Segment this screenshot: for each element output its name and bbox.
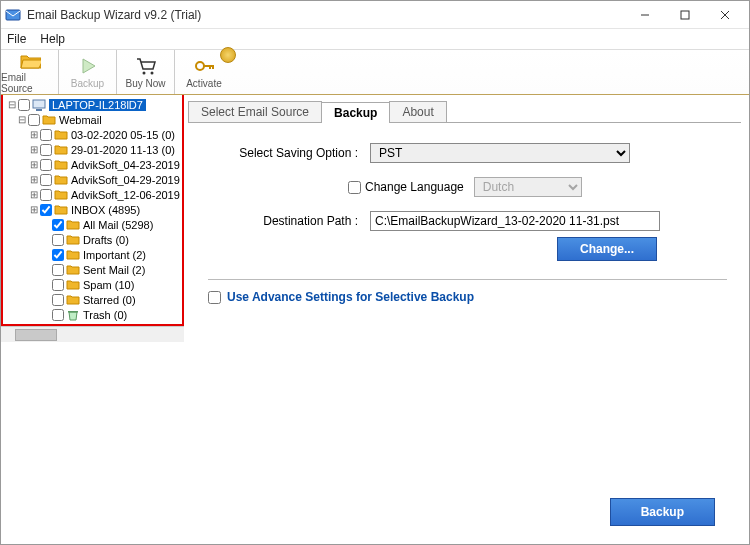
tree-item[interactable]: ⊞03-02-2020 05-15 (0) — [5, 127, 182, 142]
tree-item-label: AdvikSoft_04-29-2019 — [71, 174, 180, 186]
tree-root-checkbox[interactable] — [18, 99, 30, 111]
toolbar-activate[interactable]: Activate — [175, 50, 233, 94]
tab-backup[interactable]: Backup — [321, 102, 390, 123]
folder-tree[interactable]: ⊟ LAPTOP-IL218lD7 ⊟ Webmail ⊞03-02-2020 … — [1, 95, 184, 326]
tree-webmail-checkbox[interactable] — [28, 114, 40, 126]
svg-point-6 — [150, 72, 153, 75]
toolbar-backup[interactable]: Backup — [59, 50, 117, 94]
folder-icon — [66, 219, 80, 231]
tree-item-checkbox[interactable] — [40, 204, 52, 216]
spacer — [41, 309, 51, 320]
language-select[interactable]: Dutch — [474, 177, 582, 197]
collapse-icon[interactable]: ⊟ — [17, 114, 27, 125]
svg-rect-2 — [681, 11, 689, 19]
folder-icon — [54, 159, 68, 171]
tree-item[interactable]: ⊞AdvikSoft_04-29-2019 — [5, 172, 182, 187]
saving-option-label: Select Saving Option : — [208, 146, 358, 160]
change-button[interactable]: Change... — [557, 237, 657, 261]
toolbar-backup-label: Backup — [71, 78, 104, 89]
expand-icon[interactable]: ⊞ — [29, 159, 39, 170]
svg-point-7 — [196, 62, 204, 70]
change-language-checkbox[interactable] — [348, 181, 361, 194]
tree-item-checkbox[interactable] — [52, 309, 64, 321]
tree-item[interactable]: Trash (0) — [5, 307, 182, 322]
tree-item-checkbox[interactable] — [52, 279, 64, 291]
play-icon — [77, 55, 99, 77]
spacer — [41, 264, 51, 275]
tree-item-checkbox[interactable] — [52, 219, 64, 231]
advance-settings-label: Use Advance Settings for Selective Backu… — [227, 290, 474, 304]
tree-item-checkbox[interactable] — [40, 189, 52, 201]
tree-item[interactable]: ⊞AdvikSoft_04-23-2019 — [5, 157, 182, 172]
tree-item[interactable]: ⊞29-01-2020 11-13 (0) — [5, 142, 182, 157]
expand-icon[interactable]: ⊞ — [29, 129, 39, 140]
tree-root[interactable]: ⊟ LAPTOP-IL218lD7 — [5, 97, 182, 112]
spacer — [41, 249, 51, 260]
folder-icon — [54, 144, 68, 156]
expand-icon[interactable]: ⊞ — [29, 144, 39, 155]
spacer — [41, 219, 51, 230]
app-window: Email Backup Wizard v9.2 (Trial) File He… — [0, 0, 750, 545]
expand-icon[interactable]: ⊞ — [29, 204, 39, 215]
toolbar: Email Source Backup Buy Now Activate — [1, 49, 749, 95]
minimize-button[interactable] — [625, 2, 665, 28]
close-button[interactable] — [705, 2, 745, 28]
medal-icon — [220, 47, 236, 63]
change-language-label: Change Language — [365, 180, 464, 194]
destination-path-input[interactable] — [370, 211, 660, 231]
expand-icon[interactable]: ⊞ — [29, 189, 39, 200]
tab-select-source[interactable]: Select Email Source — [188, 101, 322, 122]
backup-button[interactable]: Backup — [610, 498, 715, 526]
tree-item-label: Spam (10) — [83, 279, 134, 291]
tree-webmail-label: Webmail — [59, 114, 102, 126]
tree-item-checkbox[interactable] — [52, 294, 64, 306]
key-icon — [193, 55, 215, 77]
tree-item[interactable]: ⊞AdvikSoft_12-06-2019 — [5, 187, 182, 202]
tree-item[interactable]: Spam (10) — [5, 277, 182, 292]
tree-item-checkbox[interactable] — [40, 144, 52, 156]
tree-item-label: All Mail (5298) — [83, 219, 153, 231]
tree-webmail[interactable]: ⊟ Webmail — [5, 112, 182, 127]
menubar: File Help — [1, 29, 749, 49]
folder-icon — [54, 189, 68, 201]
tree-item-checkbox[interactable] — [40, 129, 52, 141]
collapse-icon[interactable]: ⊟ — [7, 99, 17, 110]
tree-item-checkbox[interactable] — [52, 234, 64, 246]
spacer — [41, 294, 51, 305]
tree-item-checkbox[interactable] — [52, 264, 64, 276]
cart-icon — [135, 55, 157, 77]
tree-item-label: AdvikSoft_12-06-2019 — [71, 189, 180, 201]
tree-item[interactable]: ⊞INBOX (4895) — [5, 202, 182, 217]
folder-icon — [42, 114, 56, 126]
tree-item[interactable]: Important (2) — [5, 247, 182, 262]
expand-icon[interactable]: ⊞ — [29, 174, 39, 185]
tree-item[interactable]: All Mail (5298) — [5, 217, 182, 232]
tree-item-checkbox[interactable] — [40, 174, 52, 186]
folder-icon — [66, 249, 80, 261]
toolbar-activate-label: Activate — [186, 78, 222, 89]
tree-item[interactable]: Starred (0) — [5, 292, 182, 307]
horizontal-scrollbar[interactable] — [1, 326, 184, 342]
main-area: ⊟ LAPTOP-IL218lD7 ⊟ Webmail ⊞03-02-2020 … — [1, 95, 749, 544]
maximize-button[interactable] — [665, 2, 705, 28]
tree-item-checkbox[interactable] — [52, 249, 64, 261]
backup-panel: Select Saving Option : PST Change Langua… — [188, 123, 749, 544]
tree-item[interactable]: Sent Mail (2) — [5, 262, 182, 277]
titlebar: Email Backup Wizard v9.2 (Trial) — [1, 1, 749, 29]
menu-help[interactable]: Help — [40, 32, 65, 46]
spacer — [41, 279, 51, 290]
tree-item-label: Important (2) — [83, 249, 146, 261]
svg-rect-0 — [6, 10, 20, 20]
destination-path-label: Destination Path : — [208, 214, 358, 228]
tab-about[interactable]: About — [389, 101, 446, 122]
tree-item-checkbox[interactable] — [40, 159, 52, 171]
tree-item[interactable]: Drafts (0) — [5, 232, 182, 247]
advance-settings-checkbox[interactable] — [208, 291, 221, 304]
folder-icon — [54, 174, 68, 186]
toolbar-email-source[interactable]: Email Source — [1, 50, 59, 94]
window-title: Email Backup Wizard v9.2 (Trial) — [27, 8, 625, 22]
toolbar-buy-now[interactable]: Buy Now — [117, 50, 175, 94]
saving-option-select[interactable]: PST — [370, 143, 630, 163]
advance-settings-row[interactable]: Use Advance Settings for Selective Backu… — [208, 279, 727, 304]
menu-file[interactable]: File — [7, 32, 26, 46]
